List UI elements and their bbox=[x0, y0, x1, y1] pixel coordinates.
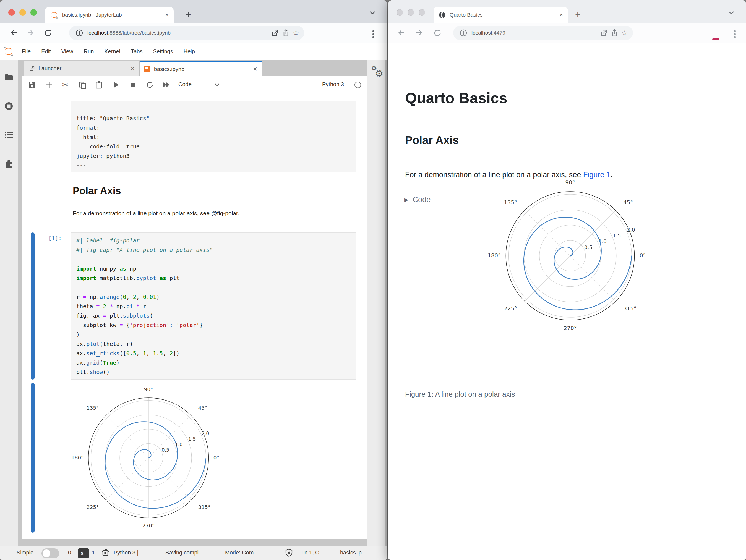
tab-search-chevron-icon[interactable] bbox=[369, 10, 376, 15]
paste-cells-icon[interactable] bbox=[95, 81, 103, 89]
saving-status: Saving compl... bbox=[165, 550, 203, 556]
open-in-new-icon[interactable] bbox=[271, 29, 279, 37]
kernel-status-text[interactable]: Python 3 |... bbox=[114, 550, 143, 556]
update-indicator bbox=[712, 38, 719, 40]
traffic-light-minimize-icon[interactable] bbox=[407, 9, 414, 16]
svg-text:180°: 180° bbox=[71, 455, 84, 461]
browser-toolbar: localhost:8888/lab/tree/basics.ipynb ☆ bbox=[0, 23, 387, 43]
simple-mode-label: Simple bbox=[17, 550, 33, 556]
menu-item-edit[interactable]: Edit bbox=[36, 48, 56, 55]
running-kernels-icon[interactable] bbox=[4, 101, 13, 111]
right-sidebar-strip bbox=[367, 60, 385, 546]
dock-tab-label: basics.ipynb bbox=[154, 66, 184, 72]
active-cell-input-bar[interactable] bbox=[31, 232, 34, 380]
browser-tab-strip: basics.ipynb - JupyterLab × + bbox=[0, 0, 387, 23]
restart-run-all-icon[interactable] bbox=[163, 81, 170, 89]
site-info-icon[interactable] bbox=[75, 29, 84, 37]
window-scrollbar[interactable] bbox=[385, 60, 387, 546]
address-bar[interactable]: localhost:8888/lab/tree/basics.ipynb ☆ bbox=[69, 26, 304, 40]
dock-tab-close-icon[interactable]: ✕ bbox=[253, 66, 257, 72]
dock-tab-launcher[interactable]: Launcher ✕ bbox=[24, 61, 140, 76]
back-button-icon[interactable] bbox=[397, 28, 406, 37]
traffic-light-zoom-icon[interactable] bbox=[30, 9, 37, 16]
jupyterlab-menubar: FileEditViewRunKernelTabsSettingsHelp bbox=[0, 43, 387, 60]
browser-menu-icon[interactable] bbox=[372, 29, 375, 39]
tab-close-icon[interactable]: × bbox=[560, 11, 563, 19]
extension-manager-icon[interactable] bbox=[4, 159, 13, 168]
menu-item-run[interactable]: Run bbox=[79, 48, 99, 55]
terminals-count[interactable]: 0 bbox=[68, 550, 71, 556]
browser-tab-strip: Quarto Basics × + bbox=[388, 0, 746, 23]
quarto-page: Quarto Basics Polar Axis For a demonstra… bbox=[388, 43, 746, 560]
terminal-icon[interactable]: $_ bbox=[78, 549, 89, 558]
code-fold-toggle[interactable]: ▶ Code bbox=[404, 196, 431, 204]
address-bar[interactable]: localhost:4479 ☆ bbox=[453, 26, 633, 40]
bookmark-star-icon[interactable]: ☆ bbox=[293, 29, 299, 37]
svg-text:2.0: 2.0 bbox=[627, 227, 635, 233]
browser-tab[interactable]: Quarto Basics × bbox=[434, 7, 568, 23]
traffic-light-minimize-icon[interactable] bbox=[19, 9, 26, 16]
new-tab-button[interactable]: + bbox=[186, 10, 191, 19]
notebook-file-icon bbox=[144, 65, 151, 73]
forward-button-icon[interactable] bbox=[26, 28, 35, 37]
traffic-light-zoom-icon[interactable] bbox=[419, 9, 425, 16]
restart-kernel-icon[interactable] bbox=[146, 81, 154, 89]
back-button-icon[interactable] bbox=[9, 28, 18, 37]
insert-cell-icon[interactable] bbox=[45, 81, 53, 89]
svg-text:90°: 90° bbox=[566, 180, 575, 186]
code-cell[interactable]: #| label: fig-polar#| fig-cap: "A line p… bbox=[70, 232, 356, 380]
property-inspector-icon[interactable]: ⚙⚙ bbox=[371, 64, 385, 80]
svg-text:0.5: 0.5 bbox=[584, 245, 593, 250]
bookmark-star-icon[interactable]: ☆ bbox=[622, 29, 628, 37]
share-icon[interactable] bbox=[610, 29, 619, 37]
simple-mode-toggle[interactable] bbox=[41, 549, 59, 558]
svg-text:0.5: 0.5 bbox=[162, 447, 170, 453]
active-cell-output-bar[interactable] bbox=[31, 383, 34, 533]
svg-text:135°: 135° bbox=[87, 405, 99, 411]
code-lines: #| label: fig-polar#| fig-cap: "A line p… bbox=[76, 236, 350, 377]
file-browser-icon[interactable] bbox=[4, 73, 13, 82]
cell-type-chevron-icon[interactable] bbox=[214, 83, 220, 87]
copy-cells-icon[interactable] bbox=[79, 81, 86, 89]
dock-tab-close-icon[interactable]: ✕ bbox=[130, 65, 135, 72]
reload-button-icon[interactable] bbox=[44, 28, 53, 37]
globe-favicon-icon bbox=[438, 11, 446, 19]
traffic-light-close-icon[interactable] bbox=[397, 9, 403, 16]
save-icon[interactable] bbox=[28, 81, 36, 89]
mode-status: Mode: Com... bbox=[225, 550, 258, 556]
kernels-count[interactable]: 1 bbox=[92, 550, 95, 556]
kernel-name[interactable]: Python 3 bbox=[322, 81, 344, 88]
run-cell-icon[interactable] bbox=[112, 81, 120, 89]
svg-text:315°: 315° bbox=[198, 504, 210, 510]
tab-search-chevron-icon[interactable] bbox=[728, 10, 735, 15]
traffic-light-close-icon[interactable] bbox=[8, 9, 15, 16]
share-icon[interactable] bbox=[282, 29, 290, 37]
cursor-position[interactable]: Ln 1, C... bbox=[302, 550, 324, 556]
kernel-chip-icon[interactable] bbox=[101, 549, 110, 557]
menu-item-kernel[interactable]: Kernel bbox=[99, 48, 125, 55]
forward-button-icon[interactable] bbox=[415, 28, 424, 37]
reload-button-icon[interactable] bbox=[433, 28, 442, 37]
cut-cells-icon[interactable]: ✂ bbox=[61, 81, 69, 89]
menu-item-file[interactable]: File bbox=[17, 48, 36, 55]
menu-item-view[interactable]: View bbox=[56, 48, 79, 55]
menu-item-settings[interactable]: Settings bbox=[148, 48, 178, 55]
kernel-status-icon[interactable] bbox=[354, 82, 361, 88]
activity-sidebar bbox=[0, 60, 18, 546]
menu-item-help[interactable]: Help bbox=[178, 48, 200, 55]
stop-kernel-icon[interactable] bbox=[130, 81, 137, 89]
site-info-icon[interactable] bbox=[459, 29, 467, 37]
table-of-contents-icon[interactable] bbox=[4, 130, 13, 140]
menu-item-tabs[interactable]: Tabs bbox=[125, 48, 148, 55]
open-in-new-icon[interactable] bbox=[599, 29, 608, 37]
dock-tab-notebook[interactable]: basics.ipynb ✕ bbox=[140, 61, 262, 76]
launcher-tab-icon bbox=[28, 65, 35, 72]
browser-menu-icon[interactable] bbox=[734, 29, 736, 39]
cell-type-dropdown[interactable]: Code bbox=[178, 81, 192, 88]
yaml-frontmatter-cell[interactable]: ---title: "Quarto Basics"format: html: c… bbox=[70, 101, 356, 172]
tab-close-icon[interactable]: × bbox=[165, 11, 169, 19]
new-tab-button[interactable]: + bbox=[575, 10, 580, 19]
trust-shield-icon[interactable] bbox=[285, 549, 293, 557]
browser-tab[interactable]: basics.ipynb - JupyterLab × bbox=[45, 7, 174, 23]
yaml-lines: ---title: "Quarto Basics"format: html: c… bbox=[76, 104, 350, 170]
